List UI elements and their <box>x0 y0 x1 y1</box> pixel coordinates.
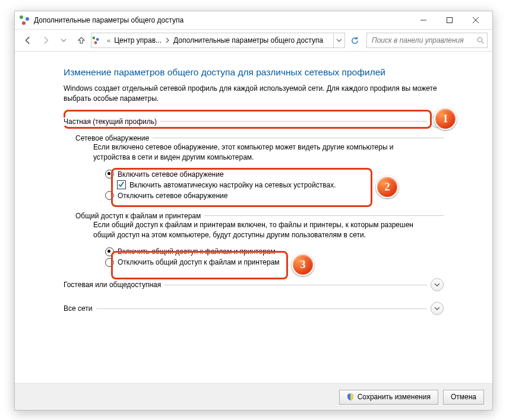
nav-up[interactable] <box>73 32 90 49</box>
refresh-button[interactable] <box>346 32 363 49</box>
sharing-explain: Если общий доступ к файлам и принтерам в… <box>93 220 426 241</box>
radio-disable-sharing[interactable]: Отключить общий доступ к файлам и принте… <box>105 257 444 268</box>
cancel-button-label: Отмена <box>451 393 476 401</box>
cancel-button[interactable]: Отмена <box>443 390 484 405</box>
group-file-printer-sharing: Общий доступ к файлам и принтерам <box>75 212 444 220</box>
radio-icon <box>105 258 114 267</box>
maximize-button[interactable] <box>437 11 463 29</box>
checkbox-auto-setup[interactable]: Включить автоматическую настройку на сет… <box>117 180 444 190</box>
section-header-private[interactable]: Частная (текущий профиль) <box>64 115 444 128</box>
crumb-item-1[interactable]: Центр управ... <box>113 36 163 44</box>
collapse-icon[interactable] <box>431 115 444 128</box>
chevron-right-icon[interactable] <box>163 36 172 44</box>
crumb-expand[interactable] <box>333 33 344 47</box>
titlebar: Дополнительные параметры общего доступа <box>15 11 492 30</box>
search-box[interactable] <box>366 33 488 48</box>
crumb-item-2[interactable]: Дополнительные параметры общего доступа <box>172 36 324 44</box>
search-input[interactable] <box>371 36 483 45</box>
save-button-label: Сохранить изменения <box>358 393 431 401</box>
save-button[interactable]: Сохранить изменения <box>339 390 438 405</box>
expand-icon[interactable] <box>431 278 444 291</box>
section-header-guest[interactable]: Гостевая или общедоступная <box>64 278 444 291</box>
close-button[interactable] <box>463 11 489 29</box>
radio-enable-discovery[interactable]: Включить сетевое обнаружение <box>105 169 444 180</box>
group-label-discovery: Сетевое обнаружение <box>75 134 153 142</box>
navbar: « Центр управ... Дополнительные параметр… <box>15 30 492 52</box>
minimize-button[interactable] <box>410 11 437 29</box>
svg-point-4 <box>477 37 482 42</box>
radio-enable-sharing[interactable]: Включить общий доступ к файлам и принтер… <box>105 246 444 257</box>
nav-back[interactable] <box>20 32 36 49</box>
radio-disable-discovery[interactable]: Отключить сетевое обнаружение <box>105 190 444 201</box>
checkbox-icon <box>117 180 126 189</box>
nav-forward[interactable] <box>37 32 54 49</box>
section-header-guest-label: Гостевая или общедоступная <box>64 281 165 289</box>
group-network-discovery: Сетевое обнаружение <box>75 134 444 142</box>
expand-icon[interactable] <box>431 302 444 315</box>
breadcrumb-icon <box>91 36 105 45</box>
page-description: Windows создает отдельный сетевой профил… <box>64 84 444 104</box>
svg-line-5 <box>482 42 483 43</box>
app-icon <box>20 15 29 25</box>
radio-enable-discovery-label: Включить сетевое обнаружение <box>118 170 224 179</box>
page-title: Изменение параметров общего доступа для … <box>64 67 444 78</box>
nav-history-dropdown[interactable] <box>55 32 72 49</box>
svg-rect-1 <box>447 18 453 23</box>
radio-icon <box>105 191 114 200</box>
radio-icon <box>105 247 114 256</box>
radio-enable-sharing-label: Включить общий доступ к файлам и принтер… <box>118 247 276 256</box>
radio-disable-discovery-label: Отключить сетевое обнаружение <box>118 192 227 200</box>
section-header-private-label: Частная (текущий профиль) <box>64 117 160 126</box>
window: Дополнительные параметры общего доступа <box>14 11 493 411</box>
breadcrumb[interactable]: « Центр управ... Дополнительные параметр… <box>91 33 345 48</box>
section-header-all-networks-label: Все сети <box>64 304 96 313</box>
footer: Сохранить изменения Отмена <box>15 383 492 410</box>
radio-icon <box>105 170 114 179</box>
section-header-all-networks[interactable]: Все сети <box>64 302 444 315</box>
shield-icon <box>347 393 354 400</box>
radio-disable-sharing-label: Отключить общий доступ к файлам и принте… <box>118 258 280 266</box>
window-title: Дополнительные параметры общего доступа <box>34 16 184 24</box>
crumb-prefix: « <box>105 37 113 44</box>
search-icon <box>477 37 485 44</box>
content-area: Изменение параметров общего доступа для … <box>15 52 492 383</box>
discovery-explain: Если включено сетевое обнаружение, этот … <box>93 142 426 163</box>
group-label-sharing: Общий доступ к файлам и принтерам <box>75 212 204 220</box>
checkbox-auto-setup-label: Включить автоматическую настройку на сет… <box>129 181 336 189</box>
